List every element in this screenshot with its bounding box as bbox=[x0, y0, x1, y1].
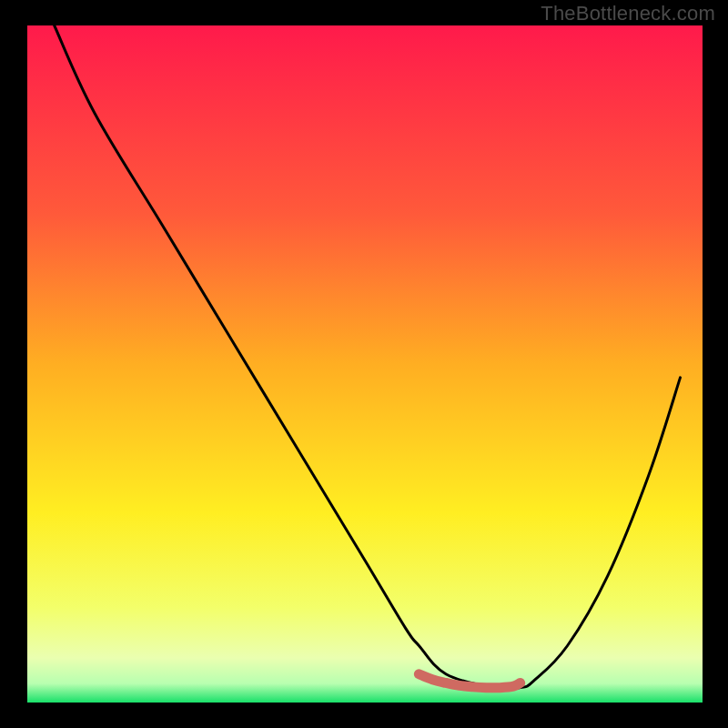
watermark-text: TheBottleneck.com bbox=[541, 2, 715, 25]
svg-rect-1 bbox=[27, 25, 703, 703]
bottleneck-chart: TheBottleneck.com bbox=[0, 0, 728, 728]
chart-canvas bbox=[0, 0, 728, 728]
